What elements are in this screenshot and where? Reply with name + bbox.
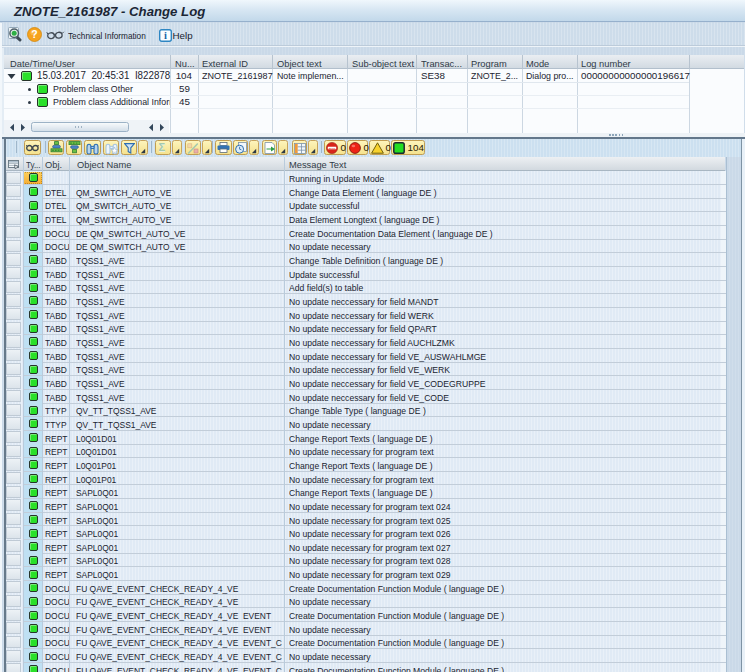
svg-text:i: i (164, 30, 167, 41)
svg-text:?: ? (31, 28, 37, 40)
svg-text:STOP: STOP (328, 147, 335, 150)
